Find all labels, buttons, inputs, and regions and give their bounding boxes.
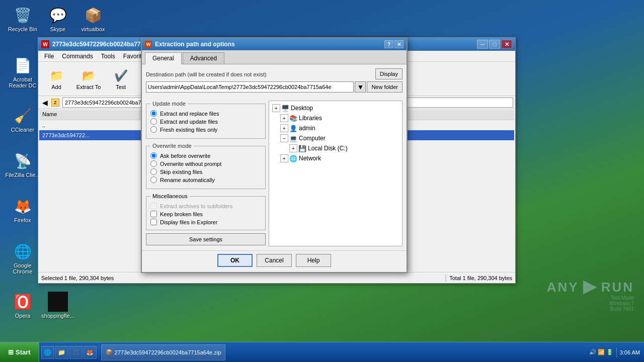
new-folder-button[interactable]: New folder bbox=[367, 81, 403, 93]
tree-expand-computer[interactable]: − bbox=[280, 134, 288, 142]
tree-expand-libraries[interactable]: + bbox=[280, 114, 288, 122]
anyrun-watermark: ANY RUN Test Mode Windows 7 Build 7601 bbox=[547, 280, 634, 312]
tree-item-local-disk[interactable]: + 💾 Local Disk (C:) bbox=[271, 143, 400, 153]
desktop-icon-shopping[interactable]: shoppingfle... bbox=[40, 292, 75, 319]
system-tray-icons: 🔊 📶 🔋 bbox=[589, 349, 613, 355]
menu-file[interactable]: File bbox=[40, 52, 58, 61]
radio-ask-before[interactable]: Ask before overwrite bbox=[150, 152, 261, 159]
dialog-title-icon: W bbox=[145, 41, 152, 48]
dialog-tabs: General Advanced bbox=[142, 50, 407, 64]
restore-button[interactable]: □ bbox=[489, 40, 500, 49]
extraction-dialog: W Extraction path and options ? ✕ Genera… bbox=[141, 37, 408, 273]
radio-rename-auto[interactable]: Rename automatically bbox=[150, 176, 261, 183]
ask-before-label: Ask before overwrite bbox=[160, 153, 210, 159]
dest-path-label: Destination path (will be created if doe… bbox=[146, 71, 267, 77]
desktop-icon-firefox[interactable]: 🦊 Firefox bbox=[5, 196, 40, 223]
status-right: Total 1 file, 290,304 bytes bbox=[449, 275, 512, 281]
toolbar-test[interactable]: ✔️ Test bbox=[106, 66, 136, 92]
opera-label: Opera bbox=[15, 313, 31, 319]
radio-overwrite-no-prompt[interactable]: Overwrite without prompt bbox=[150, 160, 261, 167]
display-button[interactable]: Display bbox=[375, 68, 403, 79]
skip-existing-label: Skip existing files bbox=[160, 169, 202, 175]
menu-tools[interactable]: Tools bbox=[97, 52, 119, 61]
tree-expand-local-disk[interactable]: + bbox=[289, 144, 297, 152]
tree-label-desktop: Desktop bbox=[291, 105, 313, 112]
menu-commands[interactable]: Commands bbox=[58, 52, 97, 61]
tree-label-computer: Computer bbox=[299, 135, 326, 142]
tree-item-desktop[interactable]: + 🖥️ Desktop bbox=[271, 103, 400, 113]
tree-item-admin[interactable]: + 👤 admin bbox=[271, 123, 400, 133]
checkbox-extract-subfolders[interactable]: Extract archives to subfolders bbox=[150, 203, 261, 209]
taskbar-icons: 🌐 📁 🎵 🦊 bbox=[41, 346, 97, 359]
toolbar-extract[interactable]: 📂 Extract To bbox=[73, 66, 104, 92]
taskbar-winrar-label: 2773e3dc59472296cb0024ba7715a64e.zip bbox=[115, 349, 221, 355]
taskbar-media-icon[interactable]: 🎵 bbox=[69, 346, 83, 359]
ok-button[interactable]: OK bbox=[217, 254, 253, 267]
start-button[interactable]: ⊞ Start bbox=[0, 342, 39, 363]
dest-path-dropdown[interactable]: ▼ bbox=[355, 81, 366, 93]
taskbar-explorer-icon[interactable]: 📁 bbox=[55, 346, 68, 359]
power-icon[interactable]: 🔋 bbox=[606, 349, 613, 355]
virtualbox-label: virtualbox bbox=[81, 26, 105, 32]
desktop-icon-skype[interactable]: 💬 Skype bbox=[40, 5, 75, 32]
radio-extract-replace[interactable]: Extract and replace files bbox=[150, 110, 261, 117]
minimize-button[interactable]: ─ bbox=[477, 40, 488, 49]
desktop-icon-recycle-bin[interactable]: 🗑️ Recycle Bin bbox=[5, 5, 40, 32]
tree-item-network[interactable]: + 🌐 Network bbox=[271, 153, 400, 163]
status-left: Selected 1 file, 290,304 bytes bbox=[41, 275, 442, 281]
dialog-help-button[interactable]: ? bbox=[384, 40, 393, 48]
dialog-tree-panel: + 🖥️ Desktop + 📚 Libraries + 👤 admi bbox=[269, 101, 403, 246]
admin-icon: 👤 bbox=[289, 124, 297, 132]
volume-icon[interactable]: 🔊 bbox=[589, 349, 596, 355]
taskbar-separator bbox=[99, 345, 99, 359]
save-settings-button[interactable]: Save settings bbox=[146, 233, 266, 245]
cancel-button[interactable]: Cancel bbox=[257, 254, 292, 267]
radio-extract-update[interactable]: Extract and update files bbox=[150, 118, 261, 125]
taskbar: ⊞ Start 🌐 📁 🎵 🦊 📦 2773e3dc59472296cb0024… bbox=[0, 342, 644, 362]
toolbar-add[interactable]: 📁 Add bbox=[41, 66, 71, 92]
tab-advanced[interactable]: Advanced bbox=[183, 52, 224, 64]
close-button[interactable]: ✕ bbox=[501, 40, 512, 49]
miscellaneous-group: Miscellaneous Extract archives to subfol… bbox=[146, 193, 266, 230]
tree-expand-network[interactable]: + bbox=[280, 154, 288, 162]
taskbar-firefox-icon[interactable]: 🦊 bbox=[84, 346, 97, 359]
checkbox-display-explorer[interactable]: Display files in Explorer bbox=[150, 219, 261, 225]
extract-update-label: Extract and update files bbox=[160, 119, 218, 125]
tab-general[interactable]: General bbox=[145, 52, 182, 64]
tree-label-local-disk: Local Disk (C:) bbox=[308, 145, 348, 152]
fresh-existing-label: Fresh existing files only bbox=[160, 127, 217, 133]
help-button[interactable]: Help bbox=[296, 254, 331, 267]
add-icon: 📁 bbox=[48, 68, 64, 84]
dest-path-input[interactable] bbox=[146, 81, 354, 93]
taskbar-ie-icon[interactable]: 🌐 bbox=[41, 346, 54, 359]
dialog-main-content: Update mode Extract and replace files Ex… bbox=[142, 97, 407, 250]
keep-broken-label: Keep broken files bbox=[160, 211, 203, 217]
clock[interactable]: 3:06 AM bbox=[620, 349, 640, 355]
desktop-icon-filezilla[interactable]: 📡 FileZilla Clie... bbox=[5, 151, 40, 178]
taskbar-winrar-item[interactable]: 📦 2773e3dc59472296cb0024ba7715a64e.zip bbox=[101, 344, 226, 360]
tree-item-libraries[interactable]: + 📚 Libraries bbox=[271, 113, 400, 123]
back-button[interactable]: ◀ bbox=[40, 98, 49, 107]
desktop-icon-ccleaner[interactable]: 🧹 CCleaner bbox=[5, 106, 40, 133]
radio-fresh-existing[interactable]: Fresh existing files only bbox=[150, 126, 261, 133]
desktop-icon-opera[interactable]: 🅾️ Opera bbox=[5, 292, 40, 319]
desktop-icon-virtualbox[interactable]: 📦 virtualbox bbox=[75, 5, 111, 32]
network-tray-icon[interactable]: 📶 bbox=[598, 349, 605, 355]
taskbar-items: 🌐 📁 🎵 🦊 📦 2773e3dc59472296cb0024ba7715a6… bbox=[39, 342, 585, 362]
dialog-title: Extraction path and options bbox=[155, 41, 384, 48]
desktop-icon-acrobat[interactable]: 📄 Acrobat Reader DC bbox=[5, 55, 40, 88]
desktop-icon-chrome[interactable]: 🌐 Google Chrome bbox=[5, 241, 40, 275]
file-name: 2773e3dc594722... bbox=[39, 132, 140, 138]
tree-item-computer[interactable]: − 💻 Computer bbox=[271, 133, 400, 143]
col-name: Name bbox=[39, 110, 140, 120]
rename-auto-label: Rename automatically bbox=[160, 177, 215, 183]
checkbox-keep-broken[interactable]: Keep broken files bbox=[150, 211, 261, 217]
build-label: Build 7601 bbox=[609, 306, 634, 312]
tree-view: + 🖥️ Desktop + 📚 Libraries + 👤 admi bbox=[269, 101, 402, 165]
tree-expand-admin[interactable]: + bbox=[280, 124, 288, 132]
skype-label: Skype bbox=[50, 26, 66, 32]
tree-expand-desktop[interactable]: + bbox=[272, 104, 280, 112]
update-mode-legend: Update mode bbox=[150, 101, 188, 107]
dialog-close-button[interactable]: ✕ bbox=[394, 40, 404, 48]
radio-skip-existing[interactable]: Skip existing files bbox=[150, 168, 261, 175]
